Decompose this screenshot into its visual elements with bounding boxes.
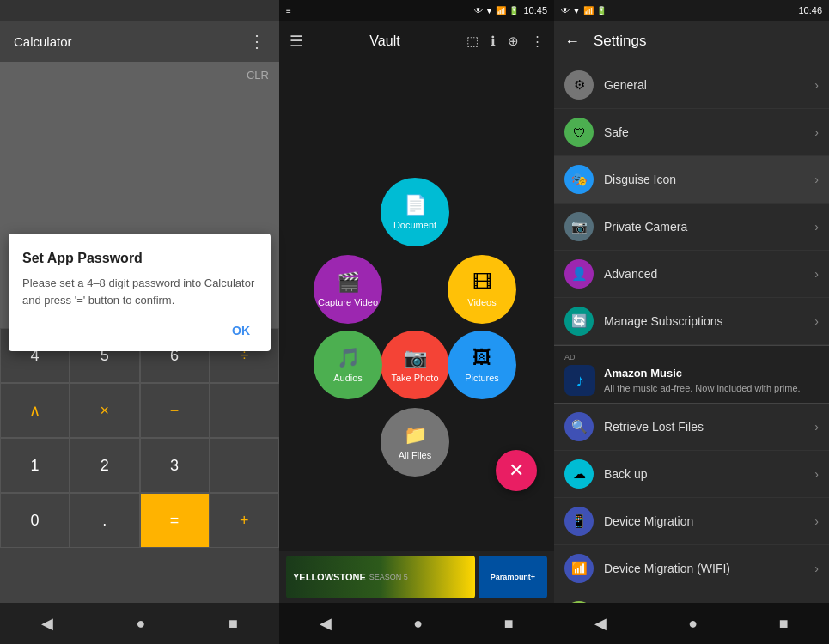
dialog-ok-button[interactable]: OK — [225, 320, 257, 341]
key-3[interactable]: 3 — [140, 438, 210, 493]
general-chevron: › — [814, 78, 819, 92]
device-migration-chevron: › — [814, 514, 819, 528]
settings-status-bar: 👁▼📶🔋 10:46 — [554, 0, 829, 21]
calc-status-bar — [0, 0, 279, 21]
vault-icon-1[interactable]: ⬚ — [466, 33, 479, 49]
calc-clr-label: CLR — [247, 69, 269, 82]
vault-item-audios[interactable]: 🎵 Audios — [314, 331, 382, 399]
settings-item-safe[interactable]: 🛡 Safe › — [554, 109, 829, 156]
key-plus[interactable]: + — [210, 493, 279, 548]
settings-item-advanced[interactable]: 👤 Advanced › — [554, 251, 829, 298]
dialog-actions: OK — [22, 320, 257, 341]
dialog-title: Set App Password — [22, 251, 257, 266]
key-0[interactable]: 0 — [0, 493, 70, 548]
vault-item-all-files[interactable]: 📁 All Files — [381, 408, 449, 477]
vault-time: 10:45 — [523, 5, 547, 15]
device-migration-wifi-label: Device Migration (WIFI) — [604, 562, 814, 575]
vault-hamburger-icon[interactable]: ☰ — [290, 32, 303, 51]
calc-display: CLR Set App Password Please set a 4–8 di… — [0, 62, 279, 328]
key-caret[interactable]: ∧ — [0, 383, 70, 438]
set-password-dialog: Set App Password Please set a 4–8 digit … — [9, 234, 271, 351]
vault-circles: 📄 Document 🎬 Capture Video 🎞 Videos 📷 Ta… — [305, 178, 528, 435]
key-add[interactable] — [210, 438, 279, 493]
backup-icon: ☁ — [564, 459, 594, 489]
settings-recents-nav[interactable]: ■ — [779, 615, 789, 633]
settings-item-language[interactable]: 🌐 Change Language › — [554, 592, 829, 603]
settings-item-device-migration[interactable]: 📱 Device Migration › — [554, 498, 829, 545]
key-1[interactable]: 1 — [0, 438, 70, 493]
settings-item-general[interactable]: ⚙ General › — [554, 62, 829, 109]
key-subtract[interactable]: − — [140, 383, 210, 438]
calc-nav-bar: ◀ ● ■ — [0, 603, 279, 644]
calc-app-title: Calculator — [14, 34, 72, 49]
vault-panel: ≡ 👁 ▼ 📶 🔋 10:45 ☰ Vault ⬚ ℹ ⊕ ⋮ 📄 Docume… — [279, 0, 554, 644]
calc-keypad: 4 5 6 ÷ ∧ × − 1 2 3 0 . = + — [0, 328, 279, 603]
home-nav-icon[interactable]: ● — [137, 615, 146, 633]
settings-item-backup[interactable]: ☁ Back up › — [554, 451, 829, 498]
vault-item-take-photo[interactable]: 📷 Take Photo — [381, 331, 449, 399]
private-camera-chevron: › — [814, 220, 819, 234]
vault-item-pictures[interactable]: 🖼 Pictures — [448, 331, 516, 399]
calculator-panel: Calculator ⋮ CLR Set App Password Please… — [0, 0, 279, 644]
key-add-right[interactable] — [210, 383, 279, 438]
vault-status-bar: ≡ 👁 ▼ 📶 🔋 10:45 — [279, 0, 554, 21]
key-multiply[interactable]: × — [70, 383, 139, 438]
vault-item-videos[interactable]: 🎞 Videos — [448, 255, 516, 324]
device-migration-wifi-chevron: › — [814, 562, 819, 575]
vault-recents-nav[interactable]: ■ — [504, 615, 514, 633]
calc-header: Calculator ⋮ — [0, 21, 279, 62]
vault-nav-bar: ◀ ● ■ — [279, 603, 554, 644]
settings-back-icon[interactable]: ← — [564, 33, 580, 51]
advanced-chevron: › — [814, 267, 819, 281]
settings-ad-block: AD ♪ Amazon Music All the music ad-free.… — [554, 345, 829, 404]
safe-icon: 🛡 — [564, 118, 594, 147]
ad-subtitle: All the music ad-free. Now included with… — [604, 383, 801, 393]
calc-menu-icon[interactable]: ⋮ — [248, 31, 265, 52]
backup-label: Back up — [604, 467, 814, 481]
vault-fab-button[interactable]: ✕ — [496, 450, 537, 491]
ad-label: AD — [564, 353, 819, 361]
ad-content: ♪ Amazon Music All the music ad-free. No… — [564, 365, 819, 396]
disguise-icon: 🎭 — [564, 165, 594, 194]
key-dot[interactable]: . — [70, 493, 139, 548]
subscriptions-label: Manage Subscriptions — [604, 314, 814, 328]
private-camera-label: Private Camera — [604, 220, 814, 234]
vault-status-left: ≡ — [286, 6, 291, 15]
general-icon: ⚙ — [564, 70, 594, 100]
settings-item-subscriptions[interactable]: 🔄 Manage Subscriptions › — [554, 298, 829, 345]
settings-item-disguise-icon[interactable]: 🎭 Disguise Icon › — [554, 156, 829, 204]
ad-text: Amazon Music All the music ad-free. Now … — [604, 367, 801, 395]
device-migration-wifi-icon: 📶 — [564, 554, 594, 583]
settings-item-private-camera[interactable]: 📷 Private Camera › — [554, 204, 829, 251]
settings-item-retrieve[interactable]: 🔍 Retrieve Lost Files › — [554, 404, 829, 451]
vault-header: ☰ Vault ⬚ ℹ ⊕ ⋮ — [279, 21, 554, 62]
general-label: General — [604, 78, 814, 92]
vault-icon-2[interactable]: ℹ — [491, 33, 496, 49]
advanced-icon: 👤 — [564, 259, 594, 289]
settings-title: Settings — [594, 33, 646, 50]
vault-item-capture-video[interactable]: 🎬 Capture Video — [314, 255, 382, 324]
settings-status-left: 👁▼📶🔋 — [561, 6, 607, 15]
settings-back-nav[interactable]: ◀ — [594, 614, 607, 633]
settings-list: ⚙ General › 🛡 Safe › 🎭 Disguise Icon › 📷… — [554, 62, 829, 603]
key-2[interactable]: 2 — [70, 438, 139, 493]
vault-home-nav[interactable]: ● — [413, 615, 423, 633]
vault-ad-banner: YELLOWSTONE SEASON 5 Paramount+ — [279, 551, 554, 603]
device-migration-icon: 📱 — [564, 507, 594, 536]
key-equals[interactable]: = — [140, 493, 210, 548]
vault-item-document[interactable]: 📄 Document — [381, 178, 449, 246]
disguise-chevron: › — [814, 173, 819, 186]
vault-icon-4[interactable]: ⋮ — [531, 33, 544, 49]
subscriptions-chevron: › — [814, 314, 819, 328]
recents-nav-icon[interactable]: ■ — [229, 615, 238, 633]
retrieve-chevron: › — [814, 420, 819, 434]
retrieve-label: Retrieve Lost Files — [604, 420, 814, 434]
vault-back-nav[interactable]: ◀ — [320, 614, 332, 633]
settings-home-nav[interactable]: ● — [688, 615, 698, 633]
vault-icon-3[interactable]: ⊕ — [508, 33, 519, 49]
private-camera-icon: 📷 — [564, 212, 594, 241]
retrieve-icon: 🔍 — [564, 412, 594, 441]
settings-item-device-migration-wifi[interactable]: 📶 Device Migration (WIFI) › — [554, 545, 829, 592]
backup-chevron: › — [814, 467, 819, 481]
back-nav-icon[interactable]: ◀ — [41, 614, 53, 633]
